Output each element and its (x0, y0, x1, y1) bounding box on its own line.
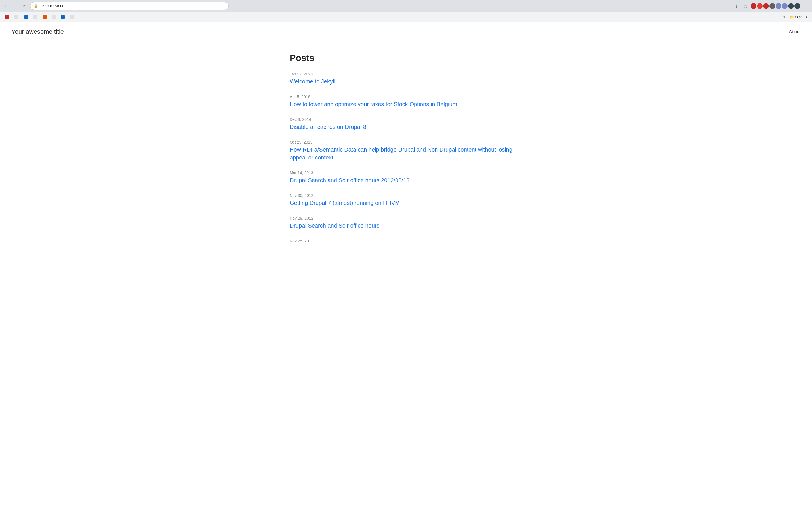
profile-circle-4 (769, 3, 775, 9)
bookmark-item-2[interactable]: ​ (12, 13, 21, 21)
post-item: Oct 25, 2013How RDFa/Semantic Data can h… (290, 140, 522, 162)
share-button[interactable]: ⇧ (732, 2, 740, 10)
profile-circle-7 (788, 3, 794, 9)
post-link[interactable]: Welcome to Jekyll! (290, 78, 337, 85)
post-item: Dec 8, 2014Disable all caches on Drupal … (290, 117, 522, 131)
post-date-last: Nov 25, 2012 (290, 239, 522, 243)
post-link[interactable]: How RDFa/Semantic Data can help bridge D… (290, 146, 512, 161)
bookmark-item-6[interactable] (49, 13, 58, 21)
post-item: Nov 29, 2012Drupal Search and Solr offic… (290, 216, 522, 229)
forward-button[interactable]: → (12, 3, 19, 9)
address-bar[interactable]: 🔒 127.0.0.1:4000 (30, 2, 229, 10)
site-nav: About (789, 29, 801, 34)
site-title[interactable]: Your awesome title (11, 28, 64, 36)
post-date: Nov 30, 2012 (290, 193, 522, 198)
post-date: Apr 5, 2016 (290, 94, 522, 99)
profile-circle-8 (795, 3, 800, 9)
bookmark-favicon-5 (43, 15, 47, 19)
other-bookmarks[interactable]: 📁 Other B (787, 14, 809, 20)
bookmark-item-3[interactable] (22, 13, 31, 21)
bookmark-favicon-6 (52, 15, 56, 19)
url-text: 127.0.0.1:4000 (40, 4, 64, 8)
menu-button[interactable]: ⋮ (801, 2, 809, 10)
bookmark-item-7[interactable] (58, 13, 67, 21)
post-item: Jan 22, 2023Welcome to Jekyll! (290, 72, 522, 85)
profile-circles (751, 3, 800, 9)
profile-circle-5 (776, 3, 781, 9)
main-content: Posts Jan 22, 2023Welcome to Jekyll!Apr … (278, 41, 534, 264)
bookmark-favicon-7 (61, 15, 65, 19)
folder-icon: 📁 (790, 15, 794, 19)
profile-circle-6 (782, 3, 787, 9)
back-button[interactable]: ← (3, 3, 10, 9)
post-date: Dec 8, 2014 (290, 117, 522, 122)
bookmark-favicon-4 (34, 15, 38, 19)
profile-circle-1 (751, 3, 756, 9)
browser-actions: ⇧ ☆ ⋮ (732, 2, 809, 10)
post-item-last: Nov 25, 2012 (290, 239, 522, 243)
bookmarks-bar: ​ » 📁 Other B (0, 12, 812, 22)
post-list: Jan 22, 2023Welcome to Jekyll!Apr 5, 201… (290, 72, 522, 243)
posts-heading: Posts (290, 53, 522, 63)
bookmark-item-8[interactable] (67, 13, 76, 21)
bookmark-favicon-8 (70, 15, 74, 19)
post-item: Nov 30, 2012Getting Drupal 7 (almost) ru… (290, 193, 522, 207)
browser-chrome: ← → ⟳ 🔒 127.0.0.1:4000 ⇧ ☆ ⋮ (0, 0, 812, 23)
bookmark-button[interactable]: ☆ (741, 2, 750, 10)
post-link[interactable]: Drupal Search and Solr office hours 2012… (290, 177, 409, 183)
nav-about-link[interactable]: About (789, 29, 801, 34)
reload-button[interactable]: ⟳ (21, 3, 28, 9)
bookmark-favicon-1 (5, 15, 9, 19)
post-date: Nov 29, 2012 (290, 216, 522, 220)
post-link[interactable]: How to lower and optimize your taxes for… (290, 101, 457, 107)
profile-circle-3 (763, 3, 769, 9)
bookmark-item-1[interactable] (3, 13, 11, 21)
post-item: Apr 5, 2016How to lower and optimize you… (290, 94, 522, 108)
post-link[interactable]: Getting Drupal 7 (almost) running on HHV… (290, 200, 400, 206)
post-date: Oct 25, 2013 (290, 140, 522, 144)
browser-toolbar: ← → ⟳ 🔒 127.0.0.1:4000 ⇧ ☆ ⋮ (0, 0, 812, 12)
other-bookmarks-label: Other B (795, 15, 807, 19)
lock-icon: 🔒 (34, 4, 38, 8)
bookmark-item-5[interactable] (40, 13, 49, 21)
bookmark-favicon-3 (25, 15, 28, 19)
overflow-chevron: » (783, 15, 785, 19)
post-link[interactable]: Disable all caches on Drupal 8 (290, 124, 366, 130)
page-content: Your awesome title About Posts Jan 22, 2… (0, 23, 812, 508)
post-date: Jan 22, 2023 (290, 72, 522, 76)
post-item: Mar 14, 2013Drupal Search and Solr offic… (290, 171, 522, 184)
post-date: Mar 14, 2013 (290, 171, 522, 175)
bookmarks-overflow[interactable]: » (782, 14, 787, 20)
bookmark-item-4[interactable] (31, 13, 40, 21)
bookmark-favicon-2 (14, 15, 18, 19)
profile-circle-2 (757, 3, 763, 9)
post-link[interactable]: Drupal Search and Solr office hours (290, 222, 379, 229)
site-header: Your awesome title About (0, 23, 812, 41)
